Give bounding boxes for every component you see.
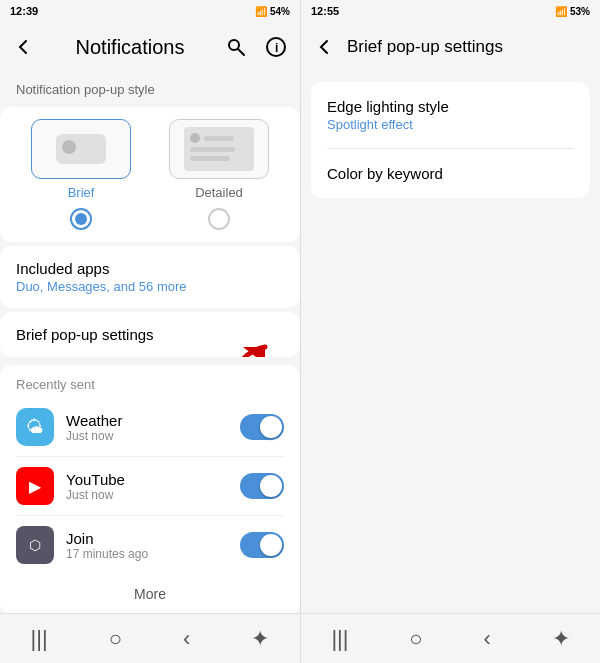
page-title-left: Notifications <box>76 36 185 59</box>
bottom-nav-left: ||| ○ ‹ ✦ <box>0 613 300 663</box>
popup-option-brief[interactable]: Brief <box>31 119 131 200</box>
included-apps-card: Included apps Duo, Messages, and 56 more <box>0 246 300 308</box>
scroll-area-right: Edge lighting style Spotlight effect Col… <box>301 72 600 613</box>
recently-sent-section: Recently sent 🌤 Weather Just now ▶ YouTu… <box>0 365 300 613</box>
svg-line-1 <box>238 49 244 55</box>
top-bar-left: Notifications i <box>0 22 300 72</box>
nav-back-right[interactable]: ‹ <box>483 626 490 652</box>
battery-left: 54% <box>270 6 290 17</box>
brief-inner <box>56 134 106 164</box>
nav-home-right[interactable]: ○ <box>409 626 422 652</box>
color-keyword-title: Color by keyword <box>327 165 574 182</box>
right-settings-card: Edge lighting style Spotlight effect Col… <box>311 82 590 198</box>
recently-sent-label: Recently sent <box>0 365 300 398</box>
weather-app-info: Weather Just now <box>66 412 228 443</box>
list-item-weather[interactable]: 🌤 Weather Just now <box>0 398 300 456</box>
weather-toggle[interactable] <box>240 414 284 440</box>
radio-brief[interactable] <box>70 208 92 230</box>
detailed-inner <box>184 127 254 171</box>
red-arrow-icon <box>225 342 280 357</box>
status-icons-left: 📶 54% <box>255 6 290 17</box>
detail-line-3 <box>190 156 230 161</box>
detail-line-1 <box>204 136 234 141</box>
popup-option-detailed[interactable]: Detailed <box>169 119 269 200</box>
status-icons-right: 📶 53% <box>555 6 590 17</box>
search-button[interactable] <box>222 33 250 61</box>
svg-marker-5 <box>243 347 265 357</box>
nav-recents-left[interactable]: ✦ <box>251 626 269 652</box>
list-item-youtube[interactable]: ▶ YouTube Just now <box>0 457 300 515</box>
join-app-icon: ⬡ <box>16 526 54 564</box>
status-bar-right: 12:55 📶 53% <box>301 0 600 22</box>
youtube-app-icon: ▶ <box>16 467 54 505</box>
status-bar-left: 12:39 📶 54% <box>0 0 300 22</box>
popup-style-label: Notification pop-up style <box>0 72 300 103</box>
popup-options: Brief Detailed <box>12 119 288 200</box>
youtube-toggle[interactable] <box>240 473 284 499</box>
edge-lighting-sub: Spotlight effect <box>327 117 574 132</box>
join-app-time: 17 minutes ago <box>66 547 228 561</box>
join-toggle-knob <box>260 534 282 556</box>
detail-line-2 <box>190 147 235 152</box>
battery-right: 53% <box>570 6 590 17</box>
detail-dot <box>190 133 200 143</box>
weather-app-name: Weather <box>66 412 228 429</box>
nav-recents-right[interactable]: ✦ <box>552 626 570 652</box>
nav-menu-right[interactable]: ||| <box>331 626 348 652</box>
left-panel: 12:39 📶 54% Notifications i Notification… <box>0 0 300 663</box>
edge-lighting-title: Edge lighting style <box>327 98 574 115</box>
weather-app-time: Just now <box>66 429 228 443</box>
brief-popup-card: Brief pop-up settings <box>0 312 300 357</box>
time-left: 12:39 <box>10 5 38 17</box>
youtube-app-time: Just now <box>66 488 228 502</box>
detailed-label: Detailed <box>195 185 243 200</box>
nav-home-left[interactable]: ○ <box>109 626 122 652</box>
back-button-right[interactable] <box>311 33 339 61</box>
radio-row <box>12 208 288 230</box>
time-right: 12:55 <box>311 5 339 17</box>
edge-lighting-row[interactable]: Edge lighting style Spotlight effect <box>311 82 590 148</box>
status-time-right: 12:55 <box>311 5 339 17</box>
radio-inner-brief <box>75 213 87 225</box>
status-time-left: 12:39 <box>10 5 38 17</box>
wifi-icon: 📶 <box>255 6 267 17</box>
page-title-right: Brief pop-up settings <box>347 37 503 57</box>
top-bar-icons-left: i <box>222 33 290 61</box>
list-item-join[interactable]: ⬡ Join 17 minutes ago <box>0 516 300 574</box>
join-app-info: Join 17 minutes ago <box>66 530 228 561</box>
bluetooth-icon: 📶 <box>555 6 567 17</box>
color-keyword-row[interactable]: Color by keyword <box>311 149 590 198</box>
brief-popup-row[interactable]: Brief pop-up settings <box>0 312 300 357</box>
brief-label: Brief <box>68 185 95 200</box>
youtube-app-info: YouTube Just now <box>66 471 228 502</box>
weather-toggle-knob <box>260 416 282 438</box>
back-button-left[interactable] <box>10 33 38 61</box>
join-app-name: Join <box>66 530 228 547</box>
included-apps-sub: Duo, Messages, and 56 more <box>16 279 284 294</box>
detailed-preview <box>169 119 269 179</box>
top-bar-right: Brief pop-up settings <box>301 22 600 72</box>
scroll-area-left: Notification pop-up style Brief <box>0 72 300 613</box>
popup-style-card: Brief Detailed <box>0 107 300 242</box>
info-button[interactable]: i <box>262 33 290 61</box>
svg-text:i: i <box>275 41 278 55</box>
included-apps-title: Included apps <box>16 260 284 277</box>
youtube-toggle-knob <box>260 475 282 497</box>
brief-popup-title: Brief pop-up settings <box>16 326 284 343</box>
radio-detailed[interactable] <box>208 208 230 230</box>
included-apps-row[interactable]: Included apps Duo, Messages, and 56 more <box>0 246 300 308</box>
bottom-nav-right: ||| ○ ‹ ✦ <box>301 613 600 663</box>
more-button[interactable]: More <box>0 574 300 613</box>
weather-app-icon: 🌤 <box>16 408 54 446</box>
join-toggle[interactable] <box>240 532 284 558</box>
youtube-app-name: YouTube <box>66 471 228 488</box>
brief-preview <box>31 119 131 179</box>
nav-menu-left[interactable]: ||| <box>31 626 48 652</box>
brief-dot <box>62 140 76 154</box>
nav-back-left[interactable]: ‹ <box>183 626 190 652</box>
right-panel: 12:55 📶 53% Brief pop-up settings Edge l… <box>300 0 600 663</box>
